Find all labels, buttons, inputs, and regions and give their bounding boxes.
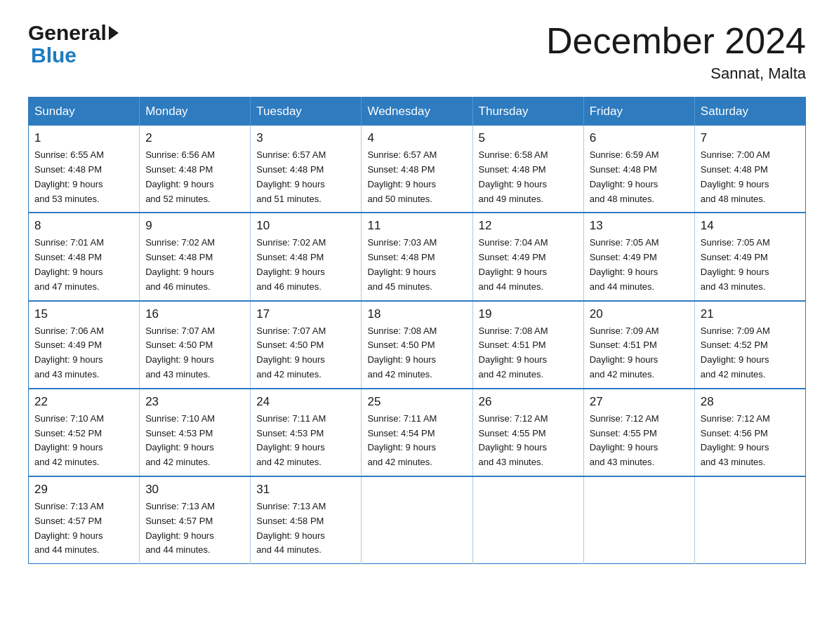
calendar-day-cell: 12Sunrise: 7:04 AMSunset: 4:49 PMDayligh… bbox=[472, 213, 583, 300]
calendar-day-cell: 25Sunrise: 7:11 AMSunset: 4:54 PMDayligh… bbox=[362, 389, 472, 476]
day-number: 15 bbox=[34, 307, 133, 321]
weekday-header-sunday: Sunday bbox=[29, 98, 140, 126]
logo-word-general: General bbox=[28, 21, 107, 45]
calendar-day-cell bbox=[362, 476, 472, 564]
day-info: Sunrise: 7:12 AMSunset: 4:56 PMDaylight:… bbox=[701, 412, 800, 470]
day-number: 10 bbox=[256, 219, 355, 233]
day-info: Sunrise: 6:56 AMSunset: 4:48 PMDaylight:… bbox=[145, 148, 244, 206]
day-number: 24 bbox=[256, 395, 355, 409]
calendar-day-cell: 15Sunrise: 7:06 AMSunset: 4:49 PMDayligh… bbox=[29, 301, 140, 389]
day-info: Sunrise: 7:12 AMSunset: 4:55 PMDaylight:… bbox=[590, 412, 689, 470]
day-number: 28 bbox=[701, 395, 800, 409]
day-number: 2 bbox=[145, 131, 244, 145]
calendar-week-row: 22Sunrise: 7:10 AMSunset: 4:52 PMDayligh… bbox=[29, 389, 806, 476]
day-info: Sunrise: 7:07 AMSunset: 4:50 PMDaylight:… bbox=[256, 324, 355, 382]
day-number: 18 bbox=[367, 307, 466, 321]
day-number: 5 bbox=[479, 131, 578, 145]
day-info: Sunrise: 7:06 AMSunset: 4:49 PMDaylight:… bbox=[34, 324, 133, 382]
page-header: General Blue December 2024 Sannat, Malta bbox=[28, 21, 806, 83]
calendar-day-cell: 26Sunrise: 7:12 AMSunset: 4:55 PMDayligh… bbox=[472, 389, 583, 476]
calendar-day-cell: 9Sunrise: 7:02 AMSunset: 4:48 PMDaylight… bbox=[140, 213, 251, 300]
calendar-day-cell: 6Sunrise: 6:59 AMSunset: 4:48 PMDaylight… bbox=[583, 126, 694, 213]
day-number: 23 bbox=[145, 395, 244, 409]
day-number: 12 bbox=[479, 219, 578, 233]
day-number: 26 bbox=[479, 395, 578, 409]
calendar-day-cell: 24Sunrise: 7:11 AMSunset: 4:53 PMDayligh… bbox=[251, 389, 362, 476]
day-info: Sunrise: 6:58 AMSunset: 4:48 PMDaylight:… bbox=[479, 148, 578, 206]
day-number: 21 bbox=[701, 307, 800, 321]
day-number: 19 bbox=[479, 307, 578, 321]
calendar-day-cell: 16Sunrise: 7:07 AMSunset: 4:50 PMDayligh… bbox=[140, 301, 251, 389]
calendar-day-cell: 11Sunrise: 7:03 AMSunset: 4:48 PMDayligh… bbox=[362, 213, 472, 300]
calendar-week-row: 8Sunrise: 7:01 AMSunset: 4:48 PMDaylight… bbox=[29, 213, 806, 300]
logo-arrow-icon bbox=[109, 26, 119, 40]
day-info: Sunrise: 7:00 AMSunset: 4:48 PMDaylight:… bbox=[701, 148, 800, 206]
calendar-week-row: 1Sunrise: 6:55 AMSunset: 4:48 PMDaylight… bbox=[29, 126, 806, 213]
day-info: Sunrise: 7:11 AMSunset: 4:53 PMDaylight:… bbox=[256, 412, 355, 470]
day-info: Sunrise: 7:05 AMSunset: 4:49 PMDaylight:… bbox=[590, 236, 689, 294]
day-info: Sunrise: 7:01 AMSunset: 4:48 PMDaylight:… bbox=[34, 236, 133, 294]
calendar-day-cell: 14Sunrise: 7:05 AMSunset: 4:49 PMDayligh… bbox=[694, 213, 805, 300]
calendar-day-cell: 29Sunrise: 7:13 AMSunset: 4:57 PMDayligh… bbox=[29, 476, 140, 564]
weekday-header-row: SundayMondayTuesdayWednesdayThursdayFrid… bbox=[29, 98, 806, 126]
day-number: 11 bbox=[367, 219, 466, 233]
day-number: 30 bbox=[145, 483, 244, 497]
day-info: Sunrise: 7:13 AMSunset: 4:58 PMDaylight:… bbox=[256, 499, 355, 558]
weekday-header-wednesday: Wednesday bbox=[362, 98, 472, 126]
weekday-header-saturday: Saturday bbox=[694, 98, 805, 126]
day-info: Sunrise: 6:59 AMSunset: 4:48 PMDaylight:… bbox=[590, 148, 689, 206]
day-info: Sunrise: 7:08 AMSunset: 4:51 PMDaylight:… bbox=[479, 324, 578, 382]
month-title: December 2024 bbox=[546, 21, 806, 61]
day-info: Sunrise: 7:09 AMSunset: 4:52 PMDaylight:… bbox=[701, 324, 800, 382]
calendar-day-cell: 20Sunrise: 7:09 AMSunset: 4:51 PMDayligh… bbox=[583, 301, 694, 389]
calendar-day-cell bbox=[694, 476, 805, 564]
day-info: Sunrise: 7:08 AMSunset: 4:50 PMDaylight:… bbox=[367, 324, 466, 382]
day-number: 27 bbox=[590, 395, 689, 409]
day-info: Sunrise: 7:10 AMSunset: 4:53 PMDaylight:… bbox=[145, 412, 244, 470]
day-info: Sunrise: 7:04 AMSunset: 4:49 PMDaylight:… bbox=[479, 236, 578, 294]
day-info: Sunrise: 7:03 AMSunset: 4:48 PMDaylight:… bbox=[367, 236, 466, 294]
calendar-day-cell: 31Sunrise: 7:13 AMSunset: 4:58 PMDayligh… bbox=[251, 476, 362, 564]
calendar-day-cell: 13Sunrise: 7:05 AMSunset: 4:49 PMDayligh… bbox=[583, 213, 694, 300]
day-info: Sunrise: 7:12 AMSunset: 4:55 PMDaylight:… bbox=[479, 412, 578, 470]
day-info: Sunrise: 7:02 AMSunset: 4:48 PMDaylight:… bbox=[256, 236, 355, 294]
location-label: Sannat, Malta bbox=[546, 65, 806, 83]
calendar-day-cell: 27Sunrise: 7:12 AMSunset: 4:55 PMDayligh… bbox=[583, 389, 694, 476]
calendar-day-cell: 18Sunrise: 7:08 AMSunset: 4:50 PMDayligh… bbox=[362, 301, 472, 389]
calendar-day-cell: 8Sunrise: 7:01 AMSunset: 4:48 PMDaylight… bbox=[29, 213, 140, 300]
day-number: 9 bbox=[145, 219, 244, 233]
weekday-header-thursday: Thursday bbox=[472, 98, 583, 126]
day-info: Sunrise: 7:05 AMSunset: 4:49 PMDaylight:… bbox=[701, 236, 800, 294]
day-info: Sunrise: 7:13 AMSunset: 4:57 PMDaylight:… bbox=[34, 499, 133, 558]
calendar-day-cell: 22Sunrise: 7:10 AMSunset: 4:52 PMDayligh… bbox=[29, 389, 140, 476]
day-info: Sunrise: 7:07 AMSunset: 4:50 PMDaylight:… bbox=[145, 324, 244, 382]
day-number: 14 bbox=[701, 219, 800, 233]
calendar-day-cell: 3Sunrise: 6:57 AMSunset: 4:48 PMDaylight… bbox=[251, 126, 362, 213]
day-info: Sunrise: 6:55 AMSunset: 4:48 PMDaylight:… bbox=[34, 148, 133, 206]
calendar-day-cell: 10Sunrise: 7:02 AMSunset: 4:48 PMDayligh… bbox=[251, 213, 362, 300]
calendar-day-cell: 30Sunrise: 7:13 AMSunset: 4:57 PMDayligh… bbox=[140, 476, 251, 564]
calendar-day-cell: 17Sunrise: 7:07 AMSunset: 4:50 PMDayligh… bbox=[251, 301, 362, 389]
weekday-header-friday: Friday bbox=[583, 98, 694, 126]
day-number: 1 bbox=[34, 131, 133, 145]
calendar-day-cell: 2Sunrise: 6:56 AMSunset: 4:48 PMDaylight… bbox=[140, 126, 251, 213]
day-number: 3 bbox=[256, 131, 355, 145]
day-number: 22 bbox=[34, 395, 133, 409]
day-number: 6 bbox=[590, 131, 689, 145]
day-info: Sunrise: 7:11 AMSunset: 4:54 PMDaylight:… bbox=[367, 412, 466, 470]
day-info: Sunrise: 6:57 AMSunset: 4:48 PMDaylight:… bbox=[256, 148, 355, 206]
calendar-day-cell: 1Sunrise: 6:55 AMSunset: 4:48 PMDaylight… bbox=[29, 126, 140, 213]
day-number: 13 bbox=[590, 219, 689, 233]
day-number: 20 bbox=[590, 307, 689, 321]
day-info: Sunrise: 7:02 AMSunset: 4:48 PMDaylight:… bbox=[145, 236, 244, 294]
weekday-header-tuesday: Tuesday bbox=[251, 98, 362, 126]
day-number: 17 bbox=[256, 307, 355, 321]
logo-word-blue: Blue bbox=[31, 43, 77, 67]
day-number: 31 bbox=[256, 483, 355, 497]
calendar-day-cell bbox=[472, 476, 583, 564]
calendar-day-cell: 4Sunrise: 6:57 AMSunset: 4:48 PMDaylight… bbox=[362, 126, 472, 213]
calendar-day-cell: 5Sunrise: 6:58 AMSunset: 4:48 PMDaylight… bbox=[472, 126, 583, 213]
title-section: December 2024 Sannat, Malta bbox=[546, 21, 806, 83]
calendar-week-row: 15Sunrise: 7:06 AMSunset: 4:49 PMDayligh… bbox=[29, 301, 806, 389]
logo: General Blue bbox=[28, 21, 119, 67]
